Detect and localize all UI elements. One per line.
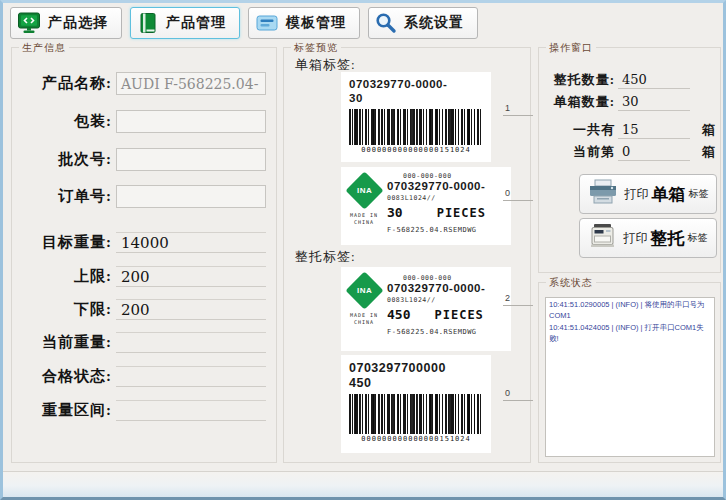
label-preview-group: 标签预览 单箱标签: 070329770-0000- 30 0000000000… (283, 47, 531, 463)
single-box-ina-label-preview: INA MADE IN CHINA 000-000-000 070329770-… (341, 167, 511, 245)
current-weight-row: 当前重量: (16, 332, 266, 353)
pallet-qty-label: 整托数量: (545, 71, 615, 89)
label4-code: 0703297700000 (349, 361, 483, 376)
product-name-field[interactable]: AUDI F-568225.04- (116, 72, 266, 95)
product-manage-button[interactable]: 产品管理 (130, 7, 240, 39)
lower-limit-label: 下限: (16, 300, 112, 319)
label4-count-field[interactable]: 0 (503, 388, 533, 401)
label3-text-column: 000-000-000 070329770-0000- 0083L1024// … (387, 267, 485, 351)
label3-code: 070329770-0000- (387, 282, 485, 296)
system-status-group: 系统状态 10:41:51.0290005 | (INFO) | 将使用的串口号… (538, 282, 721, 463)
print-single-suffix: 标签 (689, 187, 709, 201)
upper-limit-label: 上限: (16, 267, 112, 286)
operation-group: 操作窗口 整托数量: 450 单箱数量: 30 一共有 15 箱 当前第 0 箱 (538, 47, 721, 273)
batch-no-label: 批次号: (16, 150, 112, 169)
pallet-qty-row: 整托数量: 450 (545, 70, 715, 90)
print-pallet-suffix: 标签 (688, 231, 708, 245)
product-select-label: 产品选择 (48, 14, 108, 32)
total-boxes-label: 一共有 (545, 121, 615, 139)
target-weight-field[interactable]: 14000 (116, 232, 266, 253)
log-line: 10:41:51.0290005 | (INFO) | 将使用的串口号为 COM… (549, 300, 711, 322)
label2-qty-row: 30 PIECES (387, 205, 486, 220)
box-qty-row: 单箱数量: 30 (545, 92, 715, 112)
copier-printer-icon (589, 223, 617, 253)
label3-qty-row: 450 PIECES (387, 307, 485, 322)
print-pallet-main: 整托 (651, 227, 685, 250)
box-qty-field[interactable]: 30 (618, 93, 690, 111)
label1-count-field[interactable]: 1 (503, 103, 533, 116)
print-pallet-label-button[interactable]: 打印 整托 标签 (579, 218, 717, 258)
qualified-status-label: 合格状态: (16, 367, 112, 386)
template-manage-label: 模板管理 (286, 14, 346, 32)
current-box-field[interactable]: 0 (618, 143, 690, 161)
order-no-label: 订单号: (16, 187, 112, 206)
pallet-qty-field[interactable]: 450 (618, 71, 690, 89)
label3-unit: PIECES (434, 308, 483, 322)
label1-barcode (349, 109, 483, 145)
label3-qty: 450 (387, 307, 410, 322)
current-weight-field[interactable] (116, 332, 266, 353)
label2-top-code: 000-000-000 (403, 172, 486, 180)
system-settings-button[interactable]: 系统设置 (368, 7, 478, 39)
ina-logo: INA (345, 171, 383, 209)
label3-count-field[interactable]: 2 (503, 293, 533, 306)
print-pallet-prefix: 打印 (624, 230, 648, 247)
ina-logo-text: INA (356, 286, 371, 295)
upper-limit-row: 上限: 200 (16, 266, 266, 287)
template-icon (255, 13, 279, 33)
qualified-status-row: 合格状态: (16, 366, 266, 387)
order-no-field[interactable] (116, 185, 266, 208)
label3-sub-code: 0083L1024// (387, 296, 485, 304)
weight-range-row: 重量区间: (16, 400, 266, 421)
lower-limit-row: 下限: 200 (16, 299, 266, 320)
product-name-label: 产品名称: (16, 74, 112, 93)
product-manage-label: 产品管理 (166, 14, 226, 32)
print-single-main: 单箱 (652, 183, 686, 206)
book-icon (137, 12, 159, 34)
qualified-status-field[interactable] (116, 366, 266, 387)
system-status-title: 系统状态 (546, 276, 596, 290)
product-select-button[interactable]: 产品选择 (10, 7, 122, 39)
label2-part-number: F-568225.04.RSEMDWG (387, 226, 486, 235)
weight-range-field[interactable] (116, 400, 266, 421)
label2-logo-column: INA MADE IN CHINA (341, 167, 387, 245)
label4-barcode-number: 000000000000000151024 (349, 435, 483, 443)
label1-barcode-number: 000000000000000151024 (349, 146, 483, 154)
label-preview-title: 标签预览 (291, 41, 341, 55)
label4-barcode (349, 394, 483, 434)
print-single-prefix: 打印 (625, 186, 649, 203)
ina-logo-text: INA (356, 186, 371, 195)
magnifier-icon (375, 12, 397, 34)
ina-logo: INA (345, 271, 383, 309)
label3-logo-column: INA MADE IN CHINA (341, 267, 387, 351)
label2-count-field[interactable]: 0 (503, 188, 533, 201)
template-manage-button[interactable]: 模板管理 (248, 7, 360, 39)
target-weight-label: 目标重量: (16, 233, 112, 252)
total-boxes-row: 一共有 15 箱 (545, 120, 715, 140)
current-weight-label: 当前重量: (16, 333, 112, 352)
lower-limit-field[interactable]: 200 (116, 299, 266, 320)
system-settings-label: 系统设置 (404, 14, 464, 32)
printer-icon (588, 179, 618, 209)
label3-top-code: 000-000-000 (403, 274, 485, 282)
batch-no-field[interactable] (116, 148, 266, 171)
label2-unit: PIECES (437, 206, 486, 220)
package-label: 包装: (16, 112, 112, 131)
log-line: 10:41:51.0424005 | (INFO) | 打开串口COM1失败! (549, 323, 711, 345)
system-log-box[interactable]: 10:41:51.0290005 | (INFO) | 将使用的串口号为 COM… (545, 297, 715, 457)
order-no-row: 订单号: (16, 185, 266, 208)
print-single-box-label-button[interactable]: 打印 单箱 标签 (579, 174, 717, 214)
pallet-barcode-label-preview: 0703297700000 450 000000000000000151024 (341, 355, 491, 453)
pallet-label-heading: 整托标签: (295, 248, 356, 266)
product-name-row: 产品名称: AUDI F-568225.04- (16, 72, 266, 95)
production-info-group: 生产信息 产品名称: AUDI F-568225.04- 包装: 批次号: 订单… (11, 47, 277, 463)
total-boxes-field[interactable]: 15 (618, 121, 690, 139)
package-field[interactable] (116, 110, 266, 133)
weight-range-label: 重量区间: (16, 401, 112, 420)
total-boxes-suffix: 箱 (702, 121, 715, 139)
label2-code: 070329770-0000- (387, 180, 486, 194)
label3-made-in: MADE IN CHINA (347, 312, 381, 326)
upper-limit-field[interactable]: 200 (116, 266, 266, 287)
app-window: 产品选择 产品管理 模板管理 (0, 0, 726, 500)
label2-made-in: MADE IN CHINA (347, 212, 381, 226)
